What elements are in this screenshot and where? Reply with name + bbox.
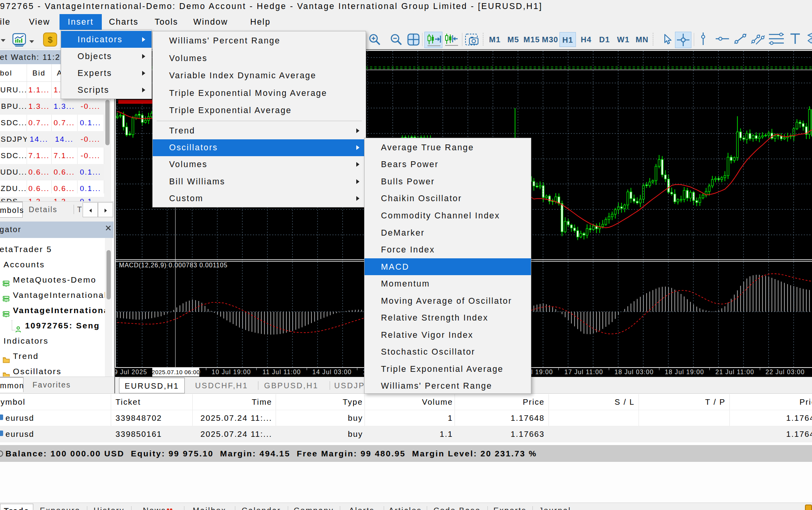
timeframe-m15[interactable]: M15 <box>523 32 540 47</box>
mw-tabs-scroll-right[interactable] <box>98 202 113 217</box>
chart-shift-button[interactable] <box>444 32 459 48</box>
menu-item-oscillators[interactable]: Oscillators <box>153 139 366 156</box>
menu-item-custom[interactable]: Custom <box>153 190 366 207</box>
new-order-button[interactable]: $ <box>43 32 57 48</box>
menu-item-triple-exponential-moving-average[interactable]: Triple Exponential Moving Average <box>153 85 366 102</box>
toolbox-col-ticket[interactable]: Ticket <box>115 394 141 410</box>
timeframe-h4[interactable]: H4 <box>578 32 594 47</box>
toolbox-col-type[interactable]: Type <box>294 394 363 410</box>
timeframe-mn[interactable]: MN <box>633 32 651 47</box>
screenshot-button[interactable] <box>465 32 480 48</box>
new-chart-dropdown-arrow-icon[interactable] <box>29 38 34 45</box>
zoom-out-button[interactable] <box>390 33 403 48</box>
market-watch-row[interactable]: USDC...7.1...7.1...-0.... <box>0 148 104 164</box>
toolbox-col-sl[interactable]: S / L <box>564 394 635 410</box>
trendline-tool-button[interactable] <box>733 32 748 47</box>
mw-col-symbol[interactable]: Symbol <box>0 64 27 82</box>
menubar-item-window[interactable]: Window <box>186 14 236 30</box>
vertical-line-tool-button[interactable] <box>699 32 707 47</box>
timeframe-m1[interactable]: M1 <box>487 32 503 47</box>
menu-item-variable-index-dynamic-average[interactable]: Variable Index Dynamic Average <box>153 67 366 85</box>
market-watch-row[interactable]: USDJPY14...14...-0.... <box>0 131 104 148</box>
mw-tab-symbols[interactable]: Symbols <box>0 202 23 218</box>
navigator-item-vantageinternational-live[interactable]: VantageInternational-Live <box>0 287 105 303</box>
toolbox-col-tp[interactable]: T / P <box>655 394 725 410</box>
menu-item-chaikin-oscillator[interactable]: Chaikin Oscillator <box>364 190 531 207</box>
menu-item-moving-average-of-oscillator[interactable]: Moving Average of Oscillator <box>364 292 531 310</box>
mw-scrollbar-thumb[interactable] <box>105 100 110 145</box>
bottom-tab-journal[interactable]: Journal <box>532 504 577 510</box>
bottom-tab-calendar[interactable]: Calendar <box>235 504 288 510</box>
chart-tab-usdchf-h1[interactable]: USDCHF,H1 <box>188 378 255 393</box>
bottom-tab-company[interactable]: Company <box>288 504 340 510</box>
menu-item-momentum[interactable]: Momentum <box>364 275 531 292</box>
menu-item-triple-exponential-average[interactable]: Triple Exponential Average <box>364 360 531 378</box>
menu-item-relative-vigor-index[interactable]: Relative Vigor Index <box>364 326 531 344</box>
chart-tab-eurusd-h1[interactable]: EURUSD,H1 <box>119 378 185 393</box>
mw-col-bid[interactable]: Bid <box>27 64 51 82</box>
navigator-item-metatrader-5[interactable]: MetaTrader 5 <box>0 241 105 257</box>
toolbox-order-row[interactable]: eurusd3398501612025.07.24 11:...buy1.11.… <box>0 426 812 442</box>
menu-item-stochastic-oscillator[interactable]: Stochastic Oscillator <box>364 344 531 361</box>
menu-item-williams-percent-range[interactable]: Williams' Percent Range <box>364 378 531 395</box>
menubar-item-view[interactable]: View <box>16 14 63 30</box>
timeframe-m5[interactable]: M5 <box>505 32 521 47</box>
crosshair-tool-button[interactable] <box>675 32 691 48</box>
toolbox-col-volume[interactable]: Volume <box>384 394 453 410</box>
chart-tab-gbpusd-h1[interactable]: GBPUSD,H1 <box>258 378 325 393</box>
menubar-item-charts[interactable]: Charts <box>99 14 149 30</box>
channel-tool-button[interactable] <box>750 32 766 47</box>
bottom-tab-exposure[interactable]: Exposure <box>33 504 87 510</box>
menubar-item-insert[interactable]: Insert <box>60 14 102 30</box>
menu-item-scripts[interactable]: Scripts <box>61 82 152 99</box>
timeframe-h1[interactable]: H1 <box>559 32 576 47</box>
tile-windows-button[interactable] <box>407 33 420 47</box>
market-watch-row[interactable]: AUDU...0.6...0.6...0.1... <box>0 164 104 180</box>
menu-item-bulls-power[interactable]: Bulls Power <box>364 173 531 190</box>
timeframe-d1[interactable]: D1 <box>597 32 612 47</box>
fibonacci-tool-button[interactable] <box>768 32 785 47</box>
cursor-tool-button[interactable] <box>662 33 673 47</box>
navigator-item-indicators[interactable]: Indicators <box>0 333 105 348</box>
zoom-in-button[interactable] <box>368 33 381 48</box>
profile-dropdown-arrow-icon[interactable] <box>0 37 6 44</box>
auto-scroll-button[interactable] <box>424 32 442 48</box>
menu-item-bears-power[interactable]: Bears Power <box>364 156 531 173</box>
navigator-item-accounts[interactable]: Accounts <box>0 257 105 272</box>
menu-item-macd[interactable]: MACD <box>364 258 531 276</box>
menu-item-indicators[interactable]: Indicators <box>61 31 152 48</box>
menu-item-volumes[interactable]: Volumes <box>153 50 366 67</box>
toolbox-order-row[interactable]: eurusd3398487022025.07.24 11:...buy11.17… <box>0 410 812 426</box>
shapes-tool-button[interactable] <box>807 33 812 49</box>
nav-tab-common[interactable]: Common <box>0 377 23 392</box>
market-watch-row[interactable]: USDS...1.3...1.3...0.1... <box>0 197 104 201</box>
toolbox-col-symbol[interactable]: Symbol▲ <box>0 394 43 410</box>
menu-item-volumes[interactable]: Volumes <box>153 156 366 173</box>
menu-item-williams-percent-range[interactable]: Williams' Percent Range <box>153 32 366 50</box>
new-chart-button[interactable] <box>12 32 27 49</box>
navigator-item-trend[interactable]: Trend <box>0 348 105 364</box>
nav-scrollbar-thumb[interactable] <box>106 250 111 299</box>
menubar-item-tools[interactable]: Tools <box>144 14 189 30</box>
menu-item-bill-williams[interactable]: Bill Williams <box>153 173 366 190</box>
mw-tabs-scroll-left[interactable] <box>83 202 98 217</box>
menu-item-force-index[interactable]: Force Index <box>364 241 531 258</box>
bottom-tab-mailbox[interactable]: Mailbox <box>184 504 235 510</box>
menu-item-experts[interactable]: Experts <box>61 65 152 81</box>
navigator-item-10972765-seng[interactable]: 10972765: Seng <box>0 318 105 333</box>
timeframe-m30[interactable]: M30 <box>542 32 558 47</box>
bottom-tab-history[interactable]: History <box>87 504 131 510</box>
menu-item-triple-exponential-average[interactable]: Triple Exponential Average <box>153 102 366 119</box>
navigator-item-vantageinternational-demo[interactable]: VantageInternational-Demo <box>0 303 105 318</box>
menu-item-objects[interactable]: Objects <box>61 48 152 65</box>
navigator-close-button[interactable] <box>105 225 111 232</box>
horizontal-line-tool-button[interactable] <box>715 32 730 47</box>
mw-tab-details[interactable]: Details <box>25 202 61 218</box>
market-watch-row[interactable]: NZDU...0.6...0.6...0.1... <box>0 180 104 197</box>
menu-item-relative-strength-index[interactable]: Relative Strength Index <box>364 309 531 326</box>
menubar-item-help[interactable]: Help <box>236 14 284 30</box>
menu-item-trend[interactable]: Trend <box>153 123 366 139</box>
bottom-tab-news[interactable]: News <box>131 504 184 510</box>
market-watch-row[interactable]: GBPU...1.3...1.3...-0.... <box>0 98 104 115</box>
menu-item-commodity-channel-index[interactable]: Commodity Channel Index <box>364 207 531 224</box>
